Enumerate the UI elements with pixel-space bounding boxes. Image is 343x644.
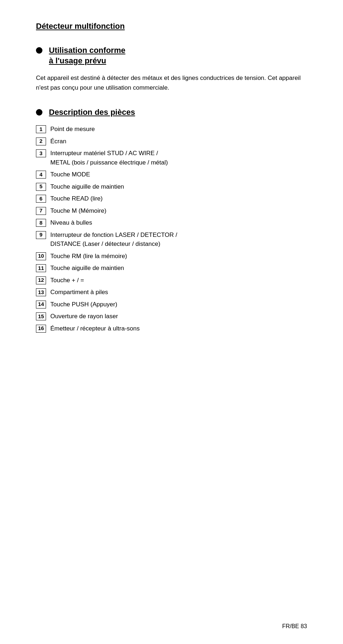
section-utilisation-body: Cet appareil est destiné à détecter des … xyxy=(36,73,307,93)
list-item: 15Ouverture de rayon laser xyxy=(36,312,307,321)
part-text: Touche aiguille de maintien xyxy=(50,264,307,273)
section-description: Description des pièces 1Point de mesure2… xyxy=(36,107,307,336)
list-item: 11Touche aiguille de maintien xyxy=(36,264,307,273)
part-number: 12 xyxy=(36,276,46,284)
part-number: 8 xyxy=(36,219,46,227)
list-item: 2Écran xyxy=(36,137,307,146)
section-utilisation: Utilisation conformeà l'usage prévu Cet … xyxy=(36,45,307,93)
page: Détecteur multifonction Utilisation conf… xyxy=(0,0,343,644)
part-text: Ouverture de rayon laser xyxy=(50,312,307,321)
list-item: 14Touche PUSH (Appuyer) xyxy=(36,300,307,309)
part-text: Touche + / = xyxy=(50,276,307,285)
list-item: 9Interrupteur de fonction LASER / DETECT… xyxy=(36,230,307,249)
list-item: 1Point de mesure xyxy=(36,125,307,134)
part-text: Compartiment à piles xyxy=(50,288,307,297)
part-number: 2 xyxy=(36,138,46,145)
part-number: 13 xyxy=(36,288,46,296)
part-text: Point de mesure xyxy=(50,125,307,134)
part-number: 10 xyxy=(36,252,46,260)
part-number: 15 xyxy=(36,312,46,320)
list-item: 6Touche READ (lire) xyxy=(36,194,307,203)
section-utilisation-title: Utilisation conformeà l'usage prévu xyxy=(49,45,125,66)
list-item: 4Touche MODE xyxy=(36,170,307,179)
part-number: 6 xyxy=(36,195,46,203)
part-number: 1 xyxy=(36,125,46,133)
part-number: 4 xyxy=(36,171,46,179)
part-number: 9 xyxy=(36,231,46,239)
page-title: Détecteur multifonction xyxy=(36,22,307,31)
part-text: Écran xyxy=(50,137,307,146)
part-number: 11 xyxy=(36,264,46,272)
bullet-utilisation xyxy=(36,47,42,54)
part-text: Interrupteur matériel STUD / AC WIRE /ME… xyxy=(50,149,307,167)
part-text: Touche MODE xyxy=(50,170,307,179)
part-text: Touche READ (lire) xyxy=(50,194,307,203)
parts-list: 1Point de mesure2Écran3Interrupteur maté… xyxy=(36,125,307,333)
part-text: Touche RM (lire la mémoire) xyxy=(50,252,307,261)
list-item: 12Touche + / = xyxy=(36,276,307,285)
section-utilisation-header: Utilisation conformeà l'usage prévu xyxy=(36,45,307,66)
section-description-header: Description des pièces xyxy=(36,107,307,118)
part-text: Niveau à bulles xyxy=(50,218,307,228)
list-item: 13Compartiment à piles xyxy=(36,288,307,297)
part-text: Interrupteur de fonction LASER / DETECTO… xyxy=(50,230,307,249)
list-item: 7Touche M (Mémoire) xyxy=(36,206,307,216)
part-text: Touche M (Mémoire) xyxy=(50,206,307,216)
section-description-title: Description des pièces xyxy=(49,107,135,118)
part-text: Touche aiguille de maintien xyxy=(50,182,307,192)
part-text: Émetteur / récepteur à ultra-sons xyxy=(50,324,307,333)
part-number: 3 xyxy=(36,149,46,157)
part-text: Touche PUSH (Appuyer) xyxy=(50,300,307,309)
part-number: 14 xyxy=(36,301,46,309)
page-footer: FR/BE 83 xyxy=(282,623,307,630)
list-item: 16Émetteur / récepteur à ultra-sons xyxy=(36,324,307,333)
list-item: 3Interrupteur matériel STUD / AC WIRE /M… xyxy=(36,149,307,167)
bullet-description xyxy=(36,109,42,116)
list-item: 8Niveau à bulles xyxy=(36,218,307,228)
list-item: 5Touche aiguille de maintien xyxy=(36,182,307,192)
part-number: 7 xyxy=(36,207,46,215)
list-item: 10Touche RM (lire la mémoire) xyxy=(36,252,307,261)
part-number: 16 xyxy=(36,325,46,333)
part-number: 5 xyxy=(36,183,46,191)
